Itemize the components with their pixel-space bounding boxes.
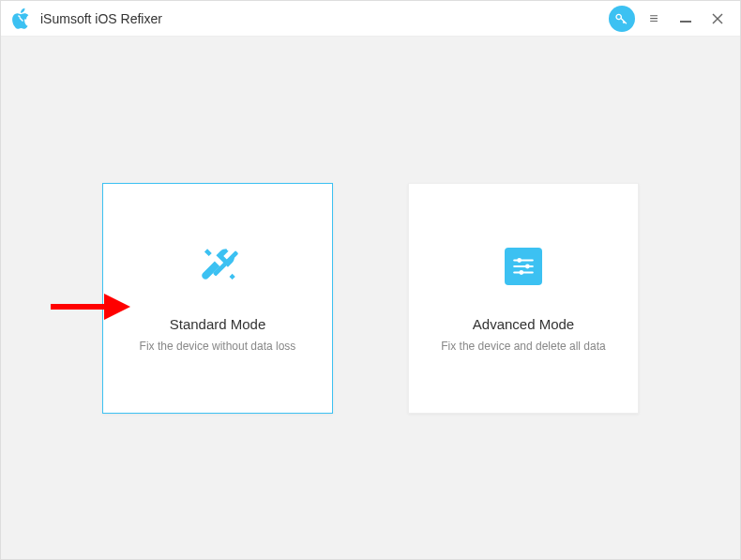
svg-point-10 — [519, 270, 523, 275]
close-button[interactable] — [704, 6, 731, 32]
key-button[interactable] — [609, 6, 635, 32]
standard-mode-title: Standard Mode — [170, 316, 266, 332]
window-controls: ≡ — [609, 6, 731, 32]
advanced-mode-title: Advanced Mode — [473, 316, 574, 332]
minimize-button[interactable] — [673, 6, 699, 32]
menu-button[interactable]: ≡ — [641, 6, 667, 32]
main-content: Standard Mode Fix the device without dat… — [1, 37, 740, 559]
sliders-icon — [500, 243, 547, 290]
advanced-mode-card[interactable]: Advanced Mode Fix the device and delete … — [408, 183, 639, 414]
minimize-icon — [680, 21, 691, 23]
app-logo-icon — [10, 8, 33, 30]
standard-mode-desc: Fix the device without data loss — [140, 340, 296, 353]
svg-point-9 — [525, 265, 530, 269]
hamburger-icon: ≡ — [649, 10, 658, 27]
svg-point-8 — [517, 258, 522, 263]
app-title: iSumsoft iOS Refixer — [40, 11, 609, 26]
advanced-mode-desc: Fix the device and delete all data — [441, 340, 605, 353]
close-icon — [712, 13, 723, 24]
tools-icon — [194, 243, 241, 290]
standard-mode-card[interactable]: Standard Mode Fix the device without dat… — [102, 183, 333, 414]
title-bar: iSumsoft iOS Refixer ≡ — [1, 1, 740, 37]
